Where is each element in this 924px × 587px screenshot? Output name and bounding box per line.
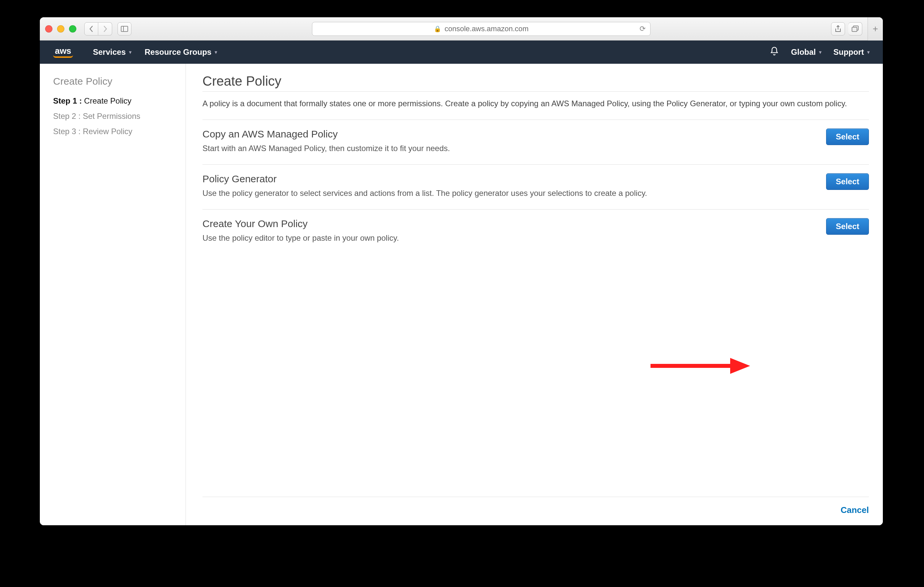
close-window-button[interactable]	[45, 25, 53, 33]
svg-marker-5	[730, 358, 750, 374]
option-create-own: Create Your Own Policy Use the policy ed…	[203, 209, 869, 254]
lock-icon: 🔒	[434, 25, 441, 33]
step-prefix: Step 2 :	[53, 112, 81, 121]
url-text: console.aws.amazon.com	[444, 25, 528, 33]
share-button[interactable]	[831, 22, 845, 36]
step-prefix: Step 3 :	[53, 127, 81, 136]
option-policy-generator: Policy Generator Use the policy generato…	[203, 164, 869, 209]
tabs-button[interactable]	[848, 22, 862, 36]
select-create-own-button[interactable]: Select	[826, 218, 869, 235]
caret-down-icon: ▾	[129, 50, 132, 55]
sidebar-title: Create Policy	[53, 76, 172, 87]
browser-window: 🔒 console.aws.amazon.com ⟳ + aws	[40, 17, 883, 525]
wizard-step-1[interactable]: Step 1 : Create Policy	[53, 96, 172, 106]
wizard-step-2[interactable]: Step 2 : Set Permissions	[53, 112, 172, 121]
page-intro: A policy is a document that formally sta…	[203, 98, 869, 109]
cancel-link[interactable]: Cancel	[841, 505, 869, 515]
nav-support[interactable]: Support ▾	[833, 48, 870, 57]
option-desc: Use the policy editor to type or paste i…	[203, 232, 805, 244]
step-prefix: Step 1 :	[53, 96, 82, 105]
select-policy-generator-button[interactable]: Select	[826, 173, 869, 190]
page-title: Create Policy	[203, 74, 869, 92]
caret-down-icon: ▾	[215, 50, 217, 55]
annotation-arrow-icon	[650, 356, 750, 376]
option-title: Copy an AWS Managed Policy	[203, 129, 805, 140]
svg-rect-0	[121, 26, 128, 31]
forward-button[interactable]	[98, 22, 112, 36]
caret-down-icon: ▾	[867, 50, 870, 55]
step-label: Review Policy	[82, 127, 132, 136]
wizard-sidebar: Create Policy Step 1 : Create Policy Ste…	[40, 64, 186, 525]
option-title: Policy Generator	[203, 173, 805, 185]
address-bar[interactable]: 🔒 console.aws.amazon.com ⟳	[312, 22, 650, 36]
notifications-icon[interactable]	[770, 46, 779, 58]
sidebar-toggle-button[interactable]	[117, 22, 132, 36]
titlebar: 🔒 console.aws.amazon.com ⟳ +	[40, 17, 883, 41]
nav-resource-groups-label: Resource Groups	[145, 48, 211, 57]
fullscreen-window-button[interactable]	[69, 25, 76, 33]
svg-rect-3	[852, 27, 857, 31]
option-desc: Start with an AWS Managed Policy, then c…	[203, 142, 805, 154]
new-tab-button[interactable]: +	[868, 17, 883, 41]
nav-region[interactable]: Global ▾	[791, 48, 822, 57]
option-title: Create Your Own Policy	[203, 218, 805, 230]
nav-services[interactable]: Services ▾	[93, 48, 132, 57]
option-desc: Use the policy generator to select servi…	[203, 187, 805, 199]
wizard-step-3[interactable]: Step 3 : Review Policy	[53, 127, 172, 136]
nav-support-label: Support	[833, 48, 864, 57]
caret-down-icon: ▾	[819, 50, 822, 55]
step-label: Create Policy	[84, 96, 132, 105]
minimize-window-button[interactable]	[57, 25, 64, 33]
reload-button[interactable]: ⟳	[640, 25, 645, 33]
window-controls	[45, 25, 76, 33]
option-copy-managed: Copy an AWS Managed Policy Start with an…	[203, 119, 869, 164]
aws-top-nav: aws Services ▾ Resource Groups ▾ Global …	[40, 41, 883, 64]
nav-region-label: Global	[791, 48, 816, 57]
back-button[interactable]	[84, 22, 98, 36]
footer: Cancel	[203, 497, 869, 515]
aws-logo[interactable]: aws	[53, 46, 73, 58]
nav-services-label: Services	[93, 48, 126, 57]
nav-resource-groups[interactable]: Resource Groups ▾	[145, 48, 217, 57]
step-label: Set Permissions	[82, 112, 140, 121]
main-content: Create Policy A policy is a document tha…	[186, 64, 883, 525]
select-copy-managed-button[interactable]: Select	[826, 129, 869, 145]
